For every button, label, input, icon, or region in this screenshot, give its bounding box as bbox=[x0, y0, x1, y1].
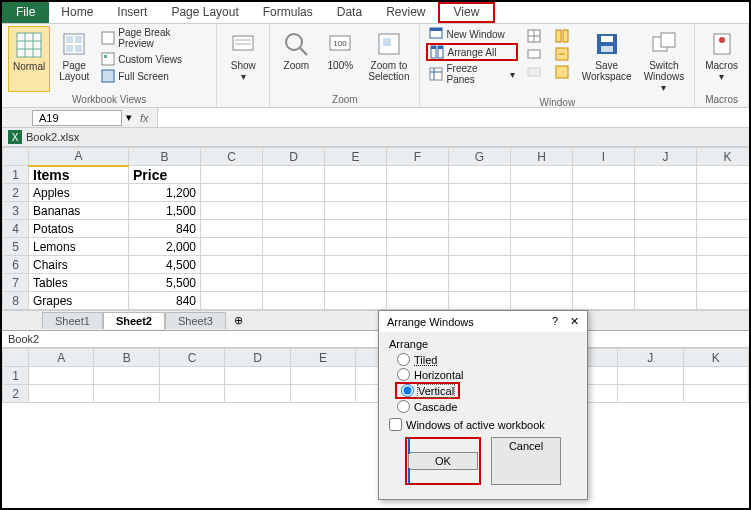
radio-tiled[interactable]: Tiled bbox=[389, 352, 577, 367]
cell[interactable] bbox=[449, 166, 511, 184]
cell[interactable] bbox=[697, 166, 752, 184]
row-header[interactable]: 2 bbox=[3, 385, 29, 403]
cell[interactable] bbox=[201, 274, 263, 292]
cell[interactable] bbox=[29, 367, 94, 385]
cell[interactable] bbox=[683, 367, 748, 385]
cell[interactable] bbox=[635, 292, 697, 310]
cell[interactable]: 1,200 bbox=[129, 184, 201, 202]
cell[interactable] bbox=[201, 238, 263, 256]
custom-views-button[interactable]: Custom Views bbox=[98, 51, 210, 67]
cell[interactable] bbox=[325, 274, 387, 292]
cell[interactable] bbox=[263, 184, 325, 202]
cell[interactable] bbox=[635, 274, 697, 292]
cancel-button[interactable]: Cancel bbox=[491, 437, 561, 485]
cell[interactable] bbox=[618, 367, 683, 385]
workbook2-grid[interactable]: ABCDEFGHIJK 1 2 bbox=[2, 348, 749, 403]
cell[interactable] bbox=[325, 184, 387, 202]
cell[interactable] bbox=[511, 292, 573, 310]
tab-insert[interactable]: Insert bbox=[105, 2, 159, 23]
cell[interactable] bbox=[449, 184, 511, 202]
cell[interactable] bbox=[449, 292, 511, 310]
cell[interactable] bbox=[635, 220, 697, 238]
cell[interactable] bbox=[387, 166, 449, 184]
cell[interactable] bbox=[201, 184, 263, 202]
cell[interactable]: Apples bbox=[29, 184, 129, 202]
cell[interactable] bbox=[697, 274, 752, 292]
cell[interactable] bbox=[325, 292, 387, 310]
cell[interactable] bbox=[201, 166, 263, 184]
col-header[interactable]: D bbox=[263, 148, 325, 166]
cell[interactable] bbox=[201, 256, 263, 274]
cell[interactable] bbox=[387, 184, 449, 202]
cell[interactable] bbox=[511, 184, 573, 202]
cell[interactable] bbox=[290, 367, 355, 385]
cell[interactable] bbox=[511, 256, 573, 274]
cell[interactable] bbox=[325, 220, 387, 238]
cell[interactable]: Lemons bbox=[29, 238, 129, 256]
page-layout-button[interactable]: Page Layout bbox=[54, 26, 94, 92]
reset-pos-button[interactable] bbox=[552, 64, 572, 80]
switch-windows-button[interactable]: Switch Windows▾ bbox=[640, 26, 689, 95]
tab-pagelayout[interactable]: Page Layout bbox=[159, 2, 250, 23]
close-button[interactable]: ✕ bbox=[570, 315, 579, 328]
cell[interactable] bbox=[511, 238, 573, 256]
cell[interactable] bbox=[159, 367, 224, 385]
cell[interactable] bbox=[573, 166, 635, 184]
cell[interactable]: Potatos bbox=[29, 220, 129, 238]
cell[interactable] bbox=[263, 238, 325, 256]
cell[interactable]: Items bbox=[29, 166, 129, 184]
cell[interactable] bbox=[225, 367, 290, 385]
cell[interactable] bbox=[573, 256, 635, 274]
cell[interactable] bbox=[573, 220, 635, 238]
cell[interactable]: 840 bbox=[129, 292, 201, 310]
save-workspace-button[interactable]: Save Workspace bbox=[578, 26, 636, 95]
cell[interactable]: Bananas bbox=[29, 202, 129, 220]
cell[interactable] bbox=[387, 256, 449, 274]
cell[interactable] bbox=[635, 184, 697, 202]
cell[interactable] bbox=[263, 166, 325, 184]
normal-view-button[interactable]: Normal bbox=[8, 26, 50, 92]
tab-home[interactable]: Home bbox=[49, 2, 105, 23]
col-header[interactable]: A bbox=[29, 148, 129, 166]
row-header[interactable]: 6 bbox=[3, 256, 29, 274]
tab-formulas[interactable]: Formulas bbox=[251, 2, 325, 23]
ok-button[interactable]: OK bbox=[408, 452, 478, 470]
cell[interactable]: 5,500 bbox=[129, 274, 201, 292]
cell[interactable] bbox=[511, 202, 573, 220]
cell[interactable]: Tables bbox=[29, 274, 129, 292]
formula-input[interactable] bbox=[157, 108, 749, 127]
radio-vertical[interactable]: Vertical bbox=[395, 382, 460, 399]
freeze-panes-button[interactable]: Freeze Panes ▾ bbox=[426, 62, 517, 86]
cell[interactable] bbox=[573, 184, 635, 202]
cell[interactable]: Grapes bbox=[29, 292, 129, 310]
split-button[interactable] bbox=[524, 28, 544, 44]
cell[interactable] bbox=[573, 274, 635, 292]
cell[interactable] bbox=[325, 166, 387, 184]
col-header[interactable]: G bbox=[449, 148, 511, 166]
col-header[interactable]: K bbox=[683, 349, 748, 367]
view-side-button[interactable] bbox=[552, 28, 572, 44]
cell[interactable] bbox=[683, 385, 748, 403]
cell[interactable]: Chairs bbox=[29, 256, 129, 274]
cell[interactable] bbox=[511, 166, 573, 184]
cell[interactable] bbox=[263, 256, 325, 274]
cell[interactable] bbox=[201, 202, 263, 220]
col-header[interactable]: C bbox=[201, 148, 263, 166]
cell[interactable] bbox=[387, 202, 449, 220]
cell[interactable]: Price bbox=[129, 166, 201, 184]
cell[interactable] bbox=[573, 238, 635, 256]
cell[interactable] bbox=[387, 274, 449, 292]
cell[interactable] bbox=[387, 238, 449, 256]
hide-button[interactable] bbox=[524, 46, 544, 62]
row-header[interactable]: 3 bbox=[3, 202, 29, 220]
cell[interactable] bbox=[387, 292, 449, 310]
cell[interactable] bbox=[573, 292, 635, 310]
cell[interactable] bbox=[159, 385, 224, 403]
dialog-titlebar[interactable]: Arrange Windows ? ✕ bbox=[379, 311, 587, 332]
col-header[interactable]: J bbox=[635, 148, 697, 166]
cell[interactable] bbox=[225, 385, 290, 403]
row-header[interactable]: 1 bbox=[3, 166, 29, 184]
cell[interactable] bbox=[697, 184, 752, 202]
cell[interactable] bbox=[635, 202, 697, 220]
cell[interactable] bbox=[697, 292, 752, 310]
